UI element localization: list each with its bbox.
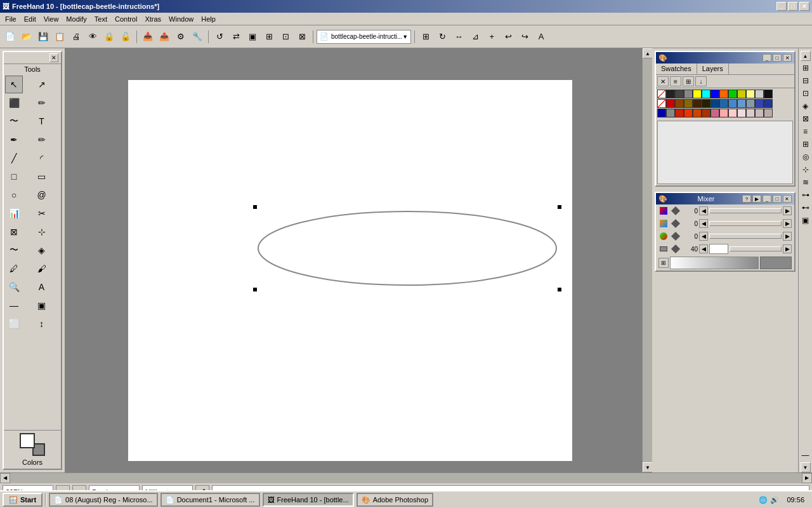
far-right-btn-13[interactable]: ▣ [800,215,811,226]
swatch-blue3[interactable] [764,99,773,108]
menu-modify[interactable]: Modify [62,14,90,24]
swatches-minimize[interactable]: _ [763,54,771,62]
tb-export[interactable]: 📤 [157,29,172,44]
mixer-opacity-handle[interactable] [709,244,728,254]
tool-eyedrop[interactable]: 🖊 [5,260,23,277]
tb-open[interactable]: 📂 [19,29,34,44]
tb-rotate[interactable]: ↺ [212,29,227,44]
menu-view[interactable]: View [40,14,63,24]
maximize-button[interactable]: □ [788,2,798,11]
tool-line[interactable]: ╱ [5,149,23,167]
swatch-light-yellow[interactable] [746,90,755,98]
tool-rect[interactable]: □ [5,168,23,185]
mixer-r-decrease[interactable]: ◀ [699,206,708,215]
scroll-track[interactable] [643,58,652,462]
far-right-btn-10[interactable]: ≋ [800,177,811,188]
swatch-gray[interactable] [684,90,693,98]
swatch-blue[interactable] [710,90,719,98]
swatch-very-dark-brown[interactable] [693,99,702,108]
tb-spell[interactable]: A [534,29,549,44]
fill-color-box[interactable] [20,433,35,448]
swatch-gray2[interactable] [666,109,675,117]
swatches-grid[interactable]: ⊞ [683,76,694,86]
mixer-help[interactable]: ? [742,195,751,203]
mixer-b-increase[interactable]: ▶ [783,232,792,241]
swatch-sky-blue[interactable] [737,99,746,108]
tool-smudge[interactable]: ↕ [33,315,51,333]
swatch-red4[interactable] [693,109,702,117]
minimize-button[interactable]: _ [776,2,787,11]
swatch-light-gray[interactable] [755,90,764,98]
far-right-btn-11[interactable]: ⊶ [800,189,811,201]
tb-tools1[interactable]: ⚙ [173,29,188,44]
mixer-g-slider[interactable] [709,221,782,226]
swatch-black[interactable] [666,90,675,98]
taskbar-item-0[interactable]: 📄 08 (August) Reg - Microso... [49,493,158,507]
tool-arc[interactable]: ◜ [33,149,51,167]
tb-transform[interactable]: ⊡ [278,29,293,44]
swatch-red2[interactable] [675,109,684,117]
tool-pencil[interactable]: ✏ [33,131,51,149]
tb-copy[interactable]: 📋 [52,29,67,44]
mixer-b-slider[interactable] [709,234,782,239]
tool-knife[interactable]: ✂ [33,204,51,222]
tb-print[interactable]: 🖨 [69,29,84,44]
swatches-maximize[interactable]: □ [773,54,782,62]
tb-import[interactable]: 📥 [140,29,155,44]
tool-reshape[interactable]: ◈ [33,241,51,259]
tool-zoom[interactable]: 🔍 [5,278,23,296]
swatch-light-pink[interactable] [719,109,728,117]
tool-freehand[interactable]: 〜 [5,241,23,259]
swatches-list[interactable]: ≡ [670,76,681,86]
tb-save[interactable]: 💾 [36,29,51,44]
tb-group[interactable]: ▣ [245,29,260,44]
menu-text[interactable]: Text [91,14,111,24]
handle-bottom-left[interactable] [253,288,257,291]
far-right-btn-5[interactable]: ⊠ [800,113,811,124]
swatch-dark-blue[interactable] [710,99,719,108]
taskbar-item-1[interactable]: 📄 Document1 - Microsoft ... [160,493,260,507]
mixer-opacity-slider[interactable] [730,246,782,251]
far-right-btn-8[interactable]: ◎ [800,151,811,163]
swatches-close[interactable]: ✕ [783,54,792,62]
far-right-btn-9[interactable]: ⊹ [800,164,811,175]
mixer-gradient-btn[interactable]: ⊞ [658,258,669,268]
swatch-brown[interactable] [675,99,684,108]
tb-transform2[interactable]: ⊞ [418,29,433,44]
swatches-add[interactable]: ✕ [657,76,669,86]
tb-redo[interactable]: ↪ [517,29,532,44]
tool-chart[interactable]: 📊 [5,204,23,222]
swatch-yellow[interactable] [693,90,702,98]
swatch-pale4[interactable] [764,109,773,117]
swatch-green[interactable] [728,90,737,98]
tool-measure[interactable]: — [5,297,23,314]
mixer-b-decrease[interactable]: ◀ [699,232,708,241]
tb-blend[interactable]: ⊠ [294,29,310,44]
document-selector[interactable]: 📄 bottlecap-beetle-intructi... ▼ [317,30,411,44]
start-button[interactable]: 🪟 Start [3,493,43,507]
tool-scale[interactable]: ⊠ [5,223,23,241]
swatch-red3[interactable] [684,109,693,117]
menu-control[interactable]: Control [111,14,141,24]
mixer-g-decrease[interactable]: ◀ [699,219,708,228]
swatch-medium-blue[interactable] [719,99,728,108]
swatch-dark-brown[interactable] [684,99,693,108]
tb-new[interactable]: 📄 [3,29,18,44]
far-right-btn-1[interactable]: ⊞ [800,62,811,74]
tool-ellipse-rect[interactable]: ▭ [33,168,51,185]
menu-window[interactable]: Window [165,14,197,24]
swatch-olive[interactable] [737,90,746,98]
tb-undo[interactable]: ↩ [501,29,516,44]
mixer-maximize[interactable]: □ [773,195,782,203]
tool-circle[interactable]: ○ [5,186,23,204]
mixer-options[interactable]: ▶ [752,195,761,203]
swatch-cyan[interactable] [702,90,710,98]
swatch-blue4[interactable] [657,109,666,117]
tb-preview[interactable]: 👁 [85,29,100,44]
swatch-none[interactable] [657,90,666,98]
swatch-very-light-pink[interactable] [728,109,737,117]
tool-spiral[interactable]: @ [33,186,51,204]
tool-select[interactable]: ↖ [5,76,23,93]
tool-crop[interactable]: ⊹ [33,223,51,241]
mixer-opacity-increase[interactable]: ▶ [783,244,792,253]
